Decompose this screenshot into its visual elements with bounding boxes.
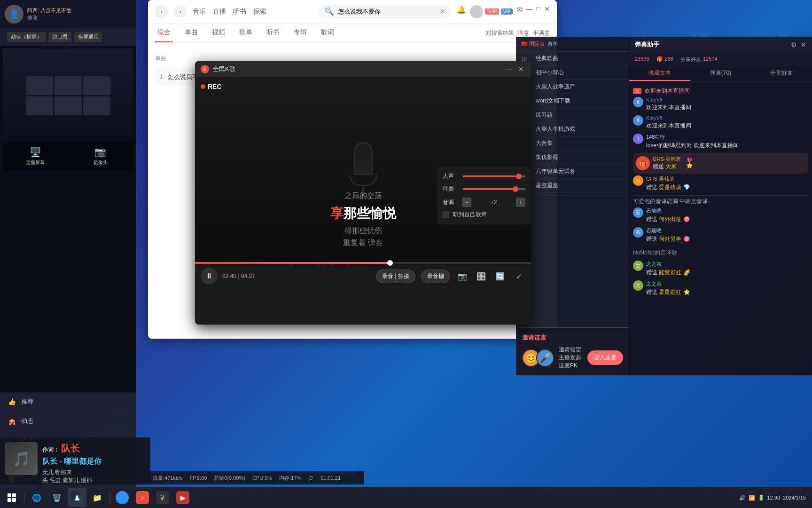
- chat-user-4: 石墙嗯: [646, 207, 808, 214]
- list-item-23[interactable]: 23 火柴人单机游戏: [516, 122, 629, 136]
- chat-tab-danmu[interactable]: 弹幕(70): [690, 66, 751, 81]
- chat-text-gift1: 赠送 爱是砖块 💎: [646, 183, 808, 191]
- list-item-26[interactable]: 26 六年级单元试卷: [516, 165, 629, 179]
- list-item-25[interactable]: 25 集优影视: [516, 151, 629, 165]
- monitor-icon: 🖥️: [30, 146, 41, 158]
- progress-track[interactable]: [195, 262, 531, 264]
- pause-button[interactable]: ⏸: [201, 268, 218, 285]
- taskbar-recycle[interactable]: 🗑️: [47, 488, 66, 507]
- tray-icon-1: 🔊: [739, 495, 746, 501]
- progress-dot: [387, 260, 393, 266]
- steam-icon: ♟: [70, 491, 84, 504]
- chat-tab-share[interactable]: 分享好友: [751, 66, 812, 81]
- close-icon[interactable]: ✕: [439, 7, 445, 16]
- gift-action: 赠送 大米: [653, 163, 681, 171]
- sub-tab-album[interactable]: 专辑: [291, 24, 309, 42]
- tab-audiobook[interactable]: 听书: [233, 8, 246, 16]
- taskbar-music-app[interactable]: ♪: [133, 488, 152, 507]
- list-item-22[interactable]: 22 练习题: [516, 108, 629, 122]
- kge-close[interactable]: ✕: [517, 65, 525, 73]
- settings-icon-button[interactable]: 🎛️: [475, 270, 488, 283]
- tone-down[interactable]: −: [462, 198, 471, 207]
- mode-talkshow[interactable]: 脱口秀: [48, 32, 71, 42]
- sub-tab-audiobook[interactable]: 听书: [264, 24, 282, 42]
- list-item-18[interactable]: 18 经典歌曲: [516, 52, 629, 66]
- chat-avatar-4: 石: [633, 207, 643, 218]
- sub-tab-lyrics[interactable]: 歌词: [319, 24, 336, 42]
- item-title-22: 练习题: [536, 111, 624, 119]
- preview-thumb: [26, 76, 53, 95]
- sidebar-item-recommend[interactable]: 👍 推荐: [0, 392, 136, 412]
- bell-icon[interactable]: 🔔: [457, 5, 466, 18]
- activity-icon: 🎪: [7, 416, 16, 426]
- chat-avatar-2: K: [633, 115, 643, 126]
- svip-badge: SVIP: [485, 8, 500, 15]
- list-item-20[interactable]: 20 火柴人战争遗产: [516, 80, 629, 94]
- taskbar-network[interactable]: 🌐: [27, 488, 46, 507]
- sound-button[interactable]: 录音棚: [421, 270, 450, 283]
- loop-button[interactable]: 🔄: [493, 270, 507, 283]
- camera-control-button[interactable]: 📷: [456, 270, 469, 283]
- mode-general[interactable]: 横屏通用: [74, 32, 102, 42]
- minimize-icon[interactable]: —: [526, 5, 533, 18]
- invite-button[interactable]: 进入连麦: [587, 350, 623, 365]
- list-item-19[interactable]: 19 初中小背心: [516, 66, 629, 80]
- sidebar-item-activity[interactable]: 🎪 动态: [0, 412, 136, 431]
- list-panel: 🇨🇳 国际版 自学 18 经典歌曲 19 初中小背心 20 火柴人战争遗产 21…: [516, 37, 629, 375]
- chat-gift-content1: GHS·吴韩茗 赠送 爱是砖块 💎: [646, 175, 808, 191]
- kge-minimize[interactable]: —: [505, 65, 513, 73]
- tone-up[interactable]: +: [516, 198, 525, 207]
- share-btn[interactable]: 分享好友 12574: [680, 56, 718, 63]
- search-input[interactable]: [338, 8, 436, 15]
- gift-broadcast: 🎁 GHS·吴韩茗 赠送 大米 🎖️: [633, 153, 808, 174]
- sub-tab-video[interactable]: 视频: [210, 24, 227, 42]
- camera-btn[interactable]: 📷 摄像头: [68, 143, 133, 170]
- mode-horizontal[interactable]: 颜值（横屏）: [7, 32, 46, 42]
- settings-icon[interactable]: ⚙: [791, 41, 797, 48]
- music-thumbnail: 🎵: [5, 442, 38, 475]
- accompany-label: 伴奏: [443, 185, 459, 193]
- tab-music[interactable]: 音乐: [193, 8, 206, 16]
- accompany-slider[interactable]: [463, 188, 525, 190]
- close-chat-icon[interactable]: ✕: [801, 41, 806, 48]
- taskbar-browser[interactable]: 🌐: [113, 488, 132, 507]
- gift-name4: 何外出征: [659, 216, 681, 222]
- gift-name5: 何外另坐: [659, 236, 681, 242]
- filter-not-info[interactable]: 不满意: [533, 29, 550, 37]
- taskbar-folder[interactable]: 📁: [88, 488, 107, 507]
- kge-window-controls: — ✕: [505, 65, 525, 73]
- filter-info[interactable]: 满意: [518, 29, 529, 37]
- sub-tab-all[interactable]: 综合: [155, 24, 173, 42]
- tab-live[interactable]: 直播: [213, 8, 226, 16]
- playlist-modify[interactable]: 修改: [27, 15, 38, 20]
- item-title-27: 星空星座: [536, 182, 624, 190]
- taskbar-red-app[interactable]: ▶: [173, 488, 192, 507]
- back-button[interactable]: ‹: [155, 5, 168, 18]
- record-button[interactable]: 录音 | 拍摄: [376, 270, 415, 283]
- sub-tab-playlist[interactable]: 歌单: [237, 24, 255, 42]
- listen-checkbox[interactable]: [443, 212, 449, 218]
- chat-content-1: KittyV8 欢迎来到本直播间: [646, 97, 808, 111]
- chat-tab-saved[interactable]: 收藏文本: [629, 66, 690, 81]
- list-item-24[interactable]: 24 大合集: [516, 136, 629, 151]
- forward-button[interactable]: ›: [174, 5, 187, 18]
- screen-btn[interactable]: 🖥️ 直播屏幕: [3, 143, 68, 170]
- chat-user-5: 石墙嗯: [646, 227, 808, 234]
- list-item-27[interactable]: 27 星空星座: [516, 179, 629, 193]
- sub-tab-single[interactable]: 单曲: [182, 24, 200, 42]
- progress-fill: [195, 262, 390, 264]
- taskbar-audio-rec[interactable]: 🎙: [153, 488, 172, 507]
- gift-icon: 🎁: [656, 56, 663, 63]
- close-window-icon[interactable]: ✕: [544, 5, 550, 18]
- mail-icon[interactable]: ✉: [516, 5, 523, 18]
- check-button[interactable]: ✓: [512, 270, 525, 283]
- tab-explore[interactable]: 探索: [253, 8, 266, 16]
- item-title-23: 火柴人单机游戏: [536, 125, 624, 133]
- taskbar-steam[interactable]: ♟: [68, 488, 86, 507]
- list-item-21[interactable]: 21 word文档下载: [516, 94, 629, 108]
- maximize-icon[interactable]: □: [537, 5, 540, 18]
- vocal-slider[interactable]: [463, 175, 525, 177]
- preview-thumb: [55, 96, 82, 115]
- start-button[interactable]: [2, 488, 21, 507]
- list-controls: 🇨🇳 国际版 自学: [516, 37, 629, 52]
